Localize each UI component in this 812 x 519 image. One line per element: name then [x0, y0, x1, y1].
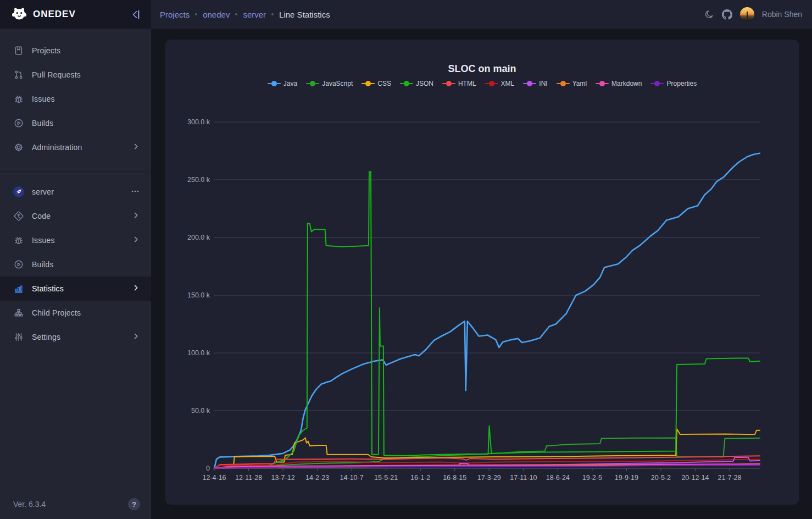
x-axis-tick-label: 15-5-21	[374, 474, 398, 482]
chevron-right-icon	[132, 332, 140, 342]
chevron-right-icon	[132, 211, 140, 221]
sidebar-item-label: Builds	[32, 119, 140, 128]
sidebar-item-projects[interactable]: Projects	[0, 38, 151, 63]
legend-marker-icon	[361, 81, 375, 86]
project-item-issues[interactable]: Issues	[0, 228, 151, 252]
sidebar-item-label: Statistics	[32, 284, 132, 293]
legend-label: CSS	[377, 80, 391, 87]
org-tree-icon	[13, 307, 24, 318]
x-axis-tick-label: 20-12-14	[681, 474, 709, 482]
x-axis-tick-label: 16-1-2	[410, 474, 430, 482]
legend-item-json[interactable]: JSON	[400, 80, 433, 87]
breadcrumb-separator	[271, 13, 274, 15]
sidebar-item-label: Settings	[32, 333, 132, 341]
legend-marker-icon	[650, 81, 664, 86]
bug-icon	[13, 235, 24, 246]
chevron-right-icon	[132, 235, 140, 245]
ellipsis-icon[interactable]	[130, 186, 140, 198]
legend-item-css[interactable]: CSS	[361, 80, 391, 87]
y-axis-tick-label: 200.0 k	[187, 234, 210, 241]
logo-bar: ONEDEV	[0, 0, 151, 29]
breadcrumb-separator	[195, 13, 197, 15]
project-item-server[interactable]: server	[0, 180, 151, 204]
sidebar-item-label: Code	[32, 212, 132, 220]
sidebar-collapse-icon[interactable]	[131, 9, 141, 20]
legend-item-properties[interactable]: Properties	[650, 80, 697, 87]
breadcrumb-separator	[235, 13, 237, 15]
version-bar: Ver. 6.3.4 ?	[0, 489, 151, 519]
legend-label: INI	[539, 80, 547, 87]
sidebar-item-label: Issues	[32, 95, 140, 103]
legend-marker-icon	[485, 81, 498, 86]
project-item-settings[interactable]: Settings	[0, 325, 151, 349]
legend-item-java[interactable]: Java	[268, 80, 297, 87]
legend-label: Properties	[666, 80, 697, 87]
github-icon[interactable]	[722, 9, 732, 20]
legend-item-xml[interactable]: XML	[485, 80, 515, 87]
content-area: 050.0 k100.0 k150.0 k200.0 k250.0 k300.0…	[151, 29, 812, 519]
sidebar-item-builds[interactable]: Builds	[0, 111, 151, 135]
x-axis-tick-label: 14-2-23	[305, 474, 329, 482]
legend-item-html[interactable]: HTML	[442, 80, 476, 87]
y-axis-tick-label: 50.0 k	[191, 407, 210, 415]
moon-icon[interactable]	[704, 9, 714, 19]
x-axis-tick-label: 21-7-28	[718, 474, 741, 482]
y-axis-tick-label: 300.0 k	[187, 118, 210, 126]
book-icon	[13, 45, 24, 56]
legend-item-yaml[interactable]: Yaml	[557, 80, 587, 87]
avatar[interactable]	[740, 7, 754, 21]
project-item-child-projects[interactable]: Child Projects	[0, 301, 151, 325]
rocket-icon	[13, 186, 24, 197]
sidebar-item-label: Builds	[32, 260, 140, 269]
sidebar-item-label: Pull Requests	[32, 70, 140, 79]
legend-item-markdown[interactable]: Markdown	[596, 80, 642, 87]
project-item-statistics[interactable]: Statistics	[0, 277, 151, 301]
sidebar-item-administration[interactable]: Administration	[0, 135, 151, 159]
sidebar-item-issues[interactable]: Issues	[0, 87, 151, 111]
breadcrumb-onedev[interactable]: onedev	[203, 10, 230, 19]
breadcrumb-projects[interactable]: Projects	[160, 10, 190, 19]
sloc-chart[interactable]: 050.0 k100.0 k150.0 k200.0 k250.0 k300.0…	[165, 40, 799, 505]
sliders-icon	[13, 332, 24, 343]
sidebar-item-pull-requests[interactable]: Pull Requests	[0, 63, 151, 87]
x-axis-tick-label: 12-4-16	[202, 474, 226, 482]
legend-label: XML	[501, 80, 515, 87]
x-axis-tick-label: 16-8-15	[443, 474, 466, 482]
user-name[interactable]: Robin Shen	[762, 10, 802, 19]
sidebar-spacer	[0, 355, 151, 489]
x-axis-tick-label: 13-7-12	[271, 474, 295, 482]
chart-legend: JavaJavaScriptCSSJSONHTMLXMLINIYamlMarkd…	[165, 80, 799, 87]
legend-item-ini[interactable]: INI	[523, 80, 547, 87]
project-item-code[interactable]: Code	[0, 204, 151, 228]
y-axis-tick-label: 250.0 k	[187, 176, 210, 184]
bar-chart-icon	[13, 283, 24, 294]
y-axis-tick-label: 100.0 k	[187, 349, 210, 357]
legend-label: HTML	[458, 80, 476, 87]
series-line-java[interactable]	[214, 153, 760, 468]
play-circle-icon	[13, 259, 24, 270]
top-bar: ProjectsonedevserverLine Statistics Robi…	[151, 0, 812, 29]
breadcrumb-server[interactable]: server	[243, 10, 266, 19]
gear-icon	[13, 142, 24, 153]
y-axis-tick-label: 0	[206, 465, 210, 472]
play-circle-icon	[13, 118, 24, 129]
legend-item-javascript[interactable]: JavaScript	[306, 80, 353, 87]
sidebar-item-label: Projects	[32, 46, 140, 55]
legend-marker-icon	[596, 81, 609, 86]
x-axis-tick-label: 18-6-24	[546, 474, 570, 482]
chevron-right-icon	[132, 284, 140, 294]
legend-label: JavaScript	[322, 80, 353, 87]
project-item-builds[interactable]: Builds	[0, 252, 151, 277]
legend-label: Yaml	[572, 80, 587, 87]
sidebar-item-label: Administration	[32, 143, 132, 152]
breadcrumb: ProjectsonedevserverLine Statistics	[160, 10, 704, 19]
help-icon[interactable]: ?	[128, 498, 140, 510]
app-title: ONEDEV	[33, 9, 131, 20]
legend-label: JSON	[416, 80, 433, 87]
x-axis-tick-label: 19-2-5	[582, 474, 602, 482]
x-axis-tick-label: 20-5-2	[651, 474, 671, 482]
legend-label: Java	[283, 80, 297, 87]
sidebar-project-menu: serverCodeIssuesBuildsStatisticsChild Pr…	[0, 172, 151, 355]
chevron-right-icon	[132, 142, 140, 152]
legend-label: Markdown	[611, 80, 642, 87]
